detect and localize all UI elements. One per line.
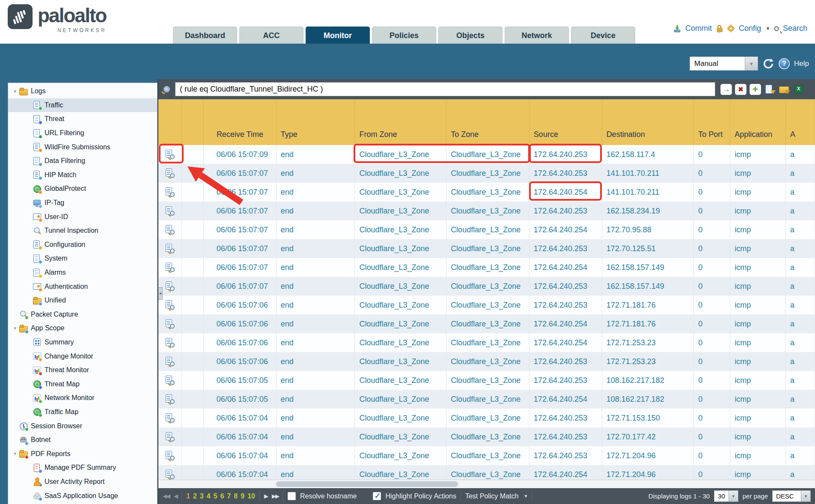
cell-3[interactable]: end (277, 409, 355, 427)
log-detail-icon[interactable] (165, 319, 175, 329)
cell-9[interactable]: icmp (730, 427, 786, 446)
table-row[interactable]: 06/06 15:07:07endCloudflare_L3_ZoneCloud… (158, 277, 815, 296)
cell-5[interactable]: Cloudflare_L3_Zone (446, 371, 529, 390)
sidebar-item-threat[interactable]: Threat (8, 112, 157, 126)
last-page-icon[interactable]: ▶▶ (272, 493, 279, 499)
cell-10[interactable]: a (786, 183, 815, 202)
cell-10[interactable]: a (786, 352, 815, 371)
cell-10[interactable]: a (786, 409, 815, 427)
cell-4[interactable]: Cloudflare_L3_Zone (355, 164, 446, 183)
cell-6[interactable]: 172.64.240.253 (529, 427, 602, 446)
cell-4[interactable]: Cloudflare_L3_Zone (355, 277, 446, 296)
cell-5[interactable]: Cloudflare_L3_Zone (446, 446, 529, 465)
cell-3[interactable]: end (277, 371, 355, 390)
sidebar-item-saas-application-usage[interactable]: SaaS Application Usage (8, 489, 157, 503)
global-search-button[interactable]: Search (783, 24, 807, 33)
sidebar-item-configuration[interactable]: Configuration (8, 238, 157, 252)
log-filter-input[interactable] (175, 82, 715, 96)
column-header-type[interactable]: Type (277, 99, 355, 145)
cell-2[interactable]: 06/06 15:07:05 (204, 371, 277, 390)
cell-6[interactable]: 172.64.240.254 (529, 183, 602, 202)
test-policy-caret-icon[interactable]: ▼ (524, 494, 528, 498)
sidebar-item-session-browser[interactable]: Session Browser (8, 419, 157, 433)
cell-6[interactable]: 172.64.240.254 (529, 333, 602, 352)
horizontal-scrollbar[interactable] (158, 480, 815, 488)
cell-8[interactable]: 0 (694, 427, 730, 446)
cell-8[interactable]: 0 (694, 296, 730, 314)
cell-3[interactable]: end (277, 352, 355, 371)
cell-6[interactable]: 172.64.240.253 (529, 409, 602, 427)
cell-3[interactable]: end (277, 164, 355, 183)
cell-9[interactable]: icmp (730, 446, 786, 465)
row-detail-cell[interactable] (158, 409, 182, 427)
cell-8[interactable]: 0 (694, 258, 730, 277)
row-detail-cell[interactable] (158, 183, 182, 202)
cell-10[interactable]: a (786, 258, 815, 277)
cell-10[interactable]: a (786, 277, 815, 296)
cell-8[interactable]: 0 (694, 239, 730, 258)
highlight-policy-actions-label[interactable]: Highlight Policy Actions (385, 492, 456, 500)
cell-8[interactable]: 0 (694, 277, 730, 296)
table-row[interactable]: 06/06 15:07:06endCloudflare_L3_ZoneCloud… (158, 314, 815, 333)
tab-acc[interactable]: ACC (239, 27, 303, 44)
row-detail-cell[interactable] (158, 258, 182, 277)
cell-4[interactable]: Cloudflare_L3_Zone (355, 446, 446, 465)
tab-dashboard[interactable]: Dashboard (173, 27, 237, 44)
cell-6[interactable]: 172.64.240.253 (529, 202, 602, 220)
cell-7[interactable]: 108.162.217.182 (602, 390, 694, 409)
cell-2[interactable]: 06/06 15:07:07 (204, 220, 277, 239)
sidebar-item-pdf-reports[interactable]: ▼PDF Reports (8, 447, 157, 461)
cell-6[interactable]: 172.64.240.253 (529, 239, 602, 258)
sidebar-item-botnet[interactable]: Botnet (8, 433, 157, 447)
sidebar-item-packet-capture[interactable]: Packet Capture (8, 308, 157, 322)
cell-4[interactable]: Cloudflare_L3_Zone (355, 465, 446, 480)
row-detail-cell[interactable] (158, 446, 182, 465)
lock-icon[interactable] (715, 24, 723, 33)
table-row[interactable]: 06/06 15:07:04endCloudflare_L3_ZoneCloud… (158, 446, 815, 465)
cell-8[interactable]: 0 (694, 333, 730, 352)
prev-page-icon[interactable]: ◀ (174, 493, 177, 499)
cell-8[interactable]: 0 (694, 220, 730, 239)
config-menu-button[interactable]: Config (739, 24, 761, 33)
row-detail-cell[interactable] (158, 239, 182, 258)
log-detail-icon[interactable] (165, 149, 175, 160)
cell-8[interactable]: 0 (694, 164, 730, 183)
sidebar-item-network-monitor[interactable]: Network Monitor (8, 391, 157, 405)
column-header-receive-time[interactable]: Receive Time (204, 99, 277, 145)
row-detail-cell[interactable] (158, 220, 182, 239)
export-logs-button[interactable] (793, 84, 805, 95)
log-detail-icon[interactable] (165, 375, 175, 385)
table-row[interactable]: 06/06 15:07:05endCloudflare_L3_ZoneCloud… (158, 371, 815, 390)
cell-6[interactable]: 172.64.240.254 (529, 390, 602, 409)
cell-3[interactable]: end (277, 296, 355, 314)
cell-3[interactable]: end (277, 239, 355, 258)
cell-5[interactable]: Cloudflare_L3_Zone (446, 145, 529, 164)
cell-2[interactable]: 06/06 15:07:05 (204, 390, 277, 409)
cell-2[interactable]: 06/06 15:07:06 (204, 333, 277, 352)
cell-9[interactable]: icmp (730, 164, 786, 183)
sidebar-item-summary[interactable]: Summary (8, 335, 157, 350)
log-detail-icon[interactable] (165, 225, 175, 235)
cell-8[interactable]: 0 (694, 314, 730, 333)
row-detail-cell[interactable] (158, 465, 182, 480)
cell-2[interactable]: 06/06 15:07:04 (204, 409, 277, 427)
cell-3[interactable]: end (277, 390, 355, 409)
table-row[interactable]: 06/06 15:07:04endCloudflare_L3_ZoneCloud… (158, 409, 815, 427)
cell-10[interactable]: a (786, 371, 815, 390)
row-detail-cell[interactable] (158, 352, 182, 371)
row-detail-cell[interactable] (158, 333, 182, 352)
cell-5[interactable]: Cloudflare_L3_Zone (446, 277, 529, 296)
page-number-7[interactable]: 7 (227, 492, 231, 500)
page-number-4[interactable]: 4 (207, 492, 211, 500)
cell-6[interactable]: 172.64.240.253 (529, 145, 602, 164)
cell-10[interactable]: a (786, 446, 815, 465)
cell-2[interactable]: 06/06 15:07:06 (204, 352, 277, 371)
table-row[interactable]: 06/06 15:07:05endCloudflare_L3_ZoneCloud… (158, 390, 815, 409)
cell-5[interactable]: Cloudflare_L3_Zone (446, 183, 529, 202)
page-number-10[interactable]: 10 (247, 492, 255, 500)
cell-9[interactable]: icmp (730, 314, 786, 333)
cell-3[interactable]: end (277, 145, 355, 164)
log-detail-icon[interactable] (165, 206, 175, 216)
cell-5[interactable]: Cloudflare_L3_Zone (446, 164, 529, 183)
per-page-caret-icon[interactable]: ▼ (729, 490, 738, 502)
